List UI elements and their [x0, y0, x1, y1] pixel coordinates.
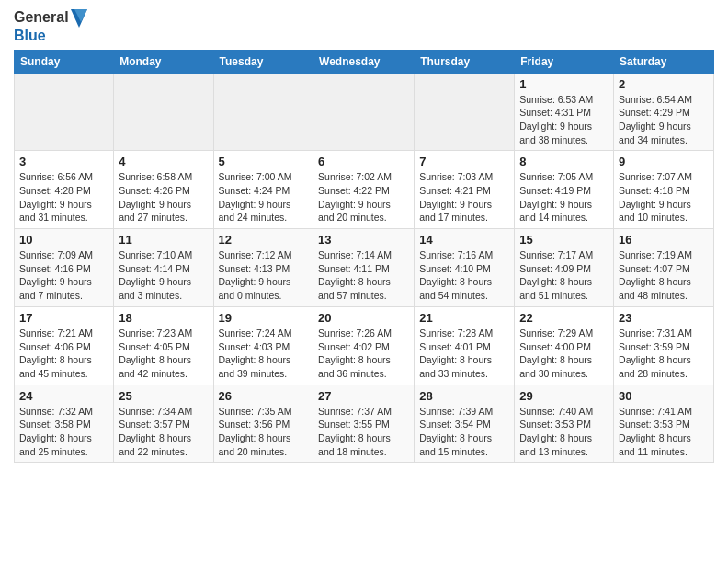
day-info: Sunrise: 7:00 AM Sunset: 4:24 PM Dayligh… — [219, 170, 309, 224]
calendar-cell: 2Sunrise: 6:54 AM Sunset: 4:29 PM Daylig… — [614, 73, 714, 151]
weekday-header-tuesday: Tuesday — [213, 50, 313, 73]
calendar-cell: 19Sunrise: 7:24 AM Sunset: 4:03 PM Dayli… — [213, 306, 313, 385]
day-number: 23 — [619, 311, 709, 325]
calendar-cell: 21Sunrise: 7:28 AM Sunset: 4:01 PM Dayli… — [415, 306, 515, 385]
day-info: Sunrise: 7:26 AM Sunset: 4:02 PM Dayligh… — [318, 327, 409, 381]
calendar-cell: 20Sunrise: 7:26 AM Sunset: 4:02 PM Dayli… — [313, 306, 415, 385]
day-number: 29 — [519, 389, 609, 403]
day-number: 21 — [419, 311, 509, 325]
day-info: Sunrise: 6:56 AM Sunset: 4:28 PM Dayligh… — [19, 170, 108, 224]
calendar-cell: 8Sunrise: 7:05 AM Sunset: 4:19 PM Daylig… — [515, 151, 614, 229]
calendar-cell: 4Sunrise: 6:58 AM Sunset: 4:26 PM Daylig… — [114, 151, 213, 229]
day-number: 30 — [619, 389, 709, 403]
calendar-cell: 29Sunrise: 7:40 AM Sunset: 3:53 PM Dayli… — [515, 385, 614, 463]
logo: General Blue — [14, 9, 87, 44]
day-number: 27 — [318, 389, 409, 403]
calendar-cell: 17Sunrise: 7:21 AM Sunset: 4:06 PM Dayli… — [15, 306, 114, 385]
day-info: Sunrise: 7:23 AM Sunset: 4:05 PM Dayligh… — [119, 327, 208, 381]
calendar-cell: 18Sunrise: 7:23 AM Sunset: 4:05 PM Dayli… — [114, 306, 213, 385]
day-number: 14 — [419, 233, 509, 247]
calendar-week-2: 3Sunrise: 6:56 AM Sunset: 4:28 PM Daylig… — [15, 151, 714, 229]
calendar-cell: 30Sunrise: 7:41 AM Sunset: 3:53 PM Dayli… — [614, 385, 714, 463]
calendar-cell: 10Sunrise: 7:09 AM Sunset: 4:16 PM Dayli… — [15, 229, 114, 307]
day-info: Sunrise: 7:34 AM Sunset: 3:57 PM Dayligh… — [119, 405, 208, 459]
day-info: Sunrise: 7:41 AM Sunset: 3:53 PM Dayligh… — [619, 405, 709, 459]
calendar-week-5: 24Sunrise: 7:32 AM Sunset: 3:58 PM Dayli… — [15, 385, 714, 463]
day-info: Sunrise: 7:29 AM Sunset: 4:00 PM Dayligh… — [519, 327, 609, 381]
calendar-cell: 11Sunrise: 7:10 AM Sunset: 4:14 PM Dayli… — [114, 229, 213, 307]
day-number: 7 — [419, 155, 509, 168]
header: General Blue — [14, 9, 714, 44]
day-number: 25 — [119, 389, 208, 403]
calendar-cell: 7Sunrise: 7:03 AM Sunset: 4:21 PM Daylig… — [415, 151, 515, 229]
day-info: Sunrise: 7:05 AM Sunset: 4:19 PM Dayligh… — [519, 170, 609, 224]
day-info: Sunrise: 7:21 AM Sunset: 4:06 PM Dayligh… — [19, 327, 108, 381]
calendar-cell — [213, 73, 313, 151]
day-number: 15 — [519, 233, 609, 247]
day-number: 19 — [219, 311, 309, 325]
calendar-cell: 14Sunrise: 7:16 AM Sunset: 4:10 PM Dayli… — [415, 229, 515, 307]
day-info: Sunrise: 7:31 AM Sunset: 3:59 PM Dayligh… — [619, 327, 709, 381]
weekday-header-monday: Monday — [114, 50, 213, 73]
day-info: Sunrise: 7:28 AM Sunset: 4:01 PM Dayligh… — [419, 327, 509, 381]
calendar-cell — [415, 73, 515, 151]
day-info: Sunrise: 6:53 AM Sunset: 4:31 PM Dayligh… — [519, 93, 609, 147]
day-number: 16 — [619, 233, 709, 247]
day-number: 3 — [19, 155, 108, 168]
calendar-cell: 12Sunrise: 7:12 AM Sunset: 4:13 PM Dayli… — [213, 229, 313, 307]
day-info: Sunrise: 7:02 AM Sunset: 4:22 PM Dayligh… — [318, 170, 409, 224]
calendar-cell: 27Sunrise: 7:37 AM Sunset: 3:55 PM Dayli… — [313, 385, 415, 463]
weekday-header-saturday: Saturday — [614, 50, 714, 73]
calendar-week-4: 17Sunrise: 7:21 AM Sunset: 4:06 PM Dayli… — [15, 306, 714, 385]
calendar-cell: 15Sunrise: 7:17 AM Sunset: 4:09 PM Dayli… — [515, 229, 614, 307]
calendar-cell: 28Sunrise: 7:39 AM Sunset: 3:54 PM Dayli… — [415, 385, 515, 463]
main-container: General Blue SundayMondayTuesdayWednesda… — [0, 0, 728, 472]
logo-blue: Blue — [14, 28, 87, 44]
day-number: 9 — [619, 155, 709, 168]
day-info: Sunrise: 7:39 AM Sunset: 3:54 PM Dayligh… — [419, 405, 509, 459]
calendar-cell: 24Sunrise: 7:32 AM Sunset: 3:58 PM Dayli… — [15, 385, 114, 463]
calendar-header-row: SundayMondayTuesdayWednesdayThursdayFrid… — [15, 50, 714, 73]
day-number: 1 — [519, 77, 609, 91]
day-number: 17 — [19, 311, 108, 325]
day-number: 12 — [219, 233, 309, 247]
day-number: 8 — [519, 155, 609, 168]
day-number: 2 — [619, 77, 709, 91]
day-info: Sunrise: 7:12 AM Sunset: 4:13 PM Dayligh… — [219, 248, 309, 303]
calendar-cell: 13Sunrise: 7:14 AM Sunset: 4:11 PM Dayli… — [313, 229, 415, 307]
day-number: 18 — [119, 311, 208, 325]
day-number: 4 — [119, 155, 208, 168]
day-info: Sunrise: 7:24 AM Sunset: 4:03 PM Dayligh… — [219, 327, 309, 381]
day-info: Sunrise: 7:07 AM Sunset: 4:18 PM Dayligh… — [619, 170, 709, 224]
day-info: Sunrise: 7:10 AM Sunset: 4:14 PM Dayligh… — [119, 248, 208, 303]
day-info: Sunrise: 7:16 AM Sunset: 4:10 PM Dayligh… — [419, 248, 509, 303]
day-number: 26 — [219, 389, 309, 403]
calendar-cell — [15, 73, 114, 151]
calendar-cell: 16Sunrise: 7:19 AM Sunset: 4:07 PM Dayli… — [614, 229, 714, 307]
day-info: Sunrise: 7:19 AM Sunset: 4:07 PM Dayligh… — [619, 248, 709, 303]
day-info: Sunrise: 6:58 AM Sunset: 4:26 PM Dayligh… — [119, 170, 208, 224]
calendar-cell: 6Sunrise: 7:02 AM Sunset: 4:22 PM Daylig… — [313, 151, 415, 229]
calendar-cell: 9Sunrise: 7:07 AM Sunset: 4:18 PM Daylig… — [614, 151, 714, 229]
day-info: Sunrise: 7:09 AM Sunset: 4:16 PM Dayligh… — [19, 248, 108, 303]
calendar-cell: 22Sunrise: 7:29 AM Sunset: 4:00 PM Dayli… — [515, 306, 614, 385]
day-number: 11 — [119, 233, 208, 247]
calendar-cell: 23Sunrise: 7:31 AM Sunset: 3:59 PM Dayli… — [614, 306, 714, 385]
calendar-table: SundayMondayTuesdayWednesdayThursdayFrid… — [14, 50, 714, 464]
day-info: Sunrise: 7:40 AM Sunset: 3:53 PM Dayligh… — [519, 405, 609, 459]
day-number: 20 — [318, 311, 409, 325]
day-info: Sunrise: 7:17 AM Sunset: 4:09 PM Dayligh… — [519, 248, 609, 303]
day-info: Sunrise: 7:32 AM Sunset: 3:58 PM Dayligh… — [19, 405, 108, 459]
weekday-header-thursday: Thursday — [415, 50, 515, 73]
calendar-cell: 26Sunrise: 7:35 AM Sunset: 3:56 PM Dayli… — [213, 385, 313, 463]
day-number: 10 — [19, 233, 108, 247]
weekday-header-sunday: Sunday — [15, 50, 114, 73]
logo-general: General — [14, 9, 87, 28]
day-number: 5 — [219, 155, 309, 168]
day-number: 28 — [419, 389, 509, 403]
day-info: Sunrise: 7:37 AM Sunset: 3:55 PM Dayligh… — [318, 405, 409, 459]
calendar-cell — [313, 73, 415, 151]
day-info: Sunrise: 7:14 AM Sunset: 4:11 PM Dayligh… — [318, 248, 409, 303]
calendar-cell — [114, 73, 213, 151]
weekday-header-friday: Friday — [515, 50, 614, 73]
